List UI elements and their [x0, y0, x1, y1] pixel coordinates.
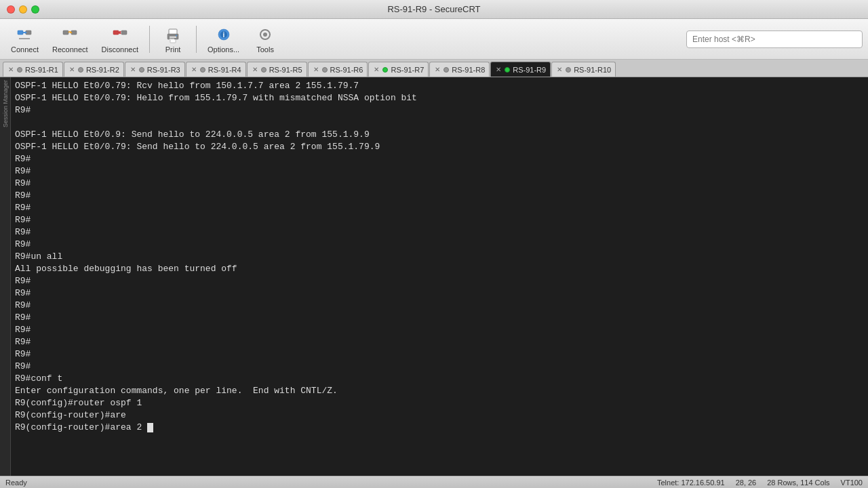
close-button[interactable]: [7, 5, 15, 14]
print-button[interactable]: Print: [155, 22, 191, 56]
terminal-line: R9#: [15, 178, 864, 190]
terminal-line: R9#: [15, 287, 864, 300]
svg-rect-0: [18, 30, 23, 35]
tab-r8[interactable]: ✕RS-91-R8: [429, 62, 490, 77]
options-button[interactable]: i Options...: [202, 22, 245, 56]
tab-indicator-r3: [139, 67, 144, 73]
tools-label: Tools: [256, 45, 274, 54]
tab-indicator-r10: [566, 67, 571, 73]
terminal-line: OSPF-1 HELLO Et0/0.9: Send hello to 224.…: [15, 129, 864, 141]
tab-indicator-r4: [200, 67, 205, 73]
terminal-line: R9(config-router)#area 2: [15, 422, 864, 434]
tab-close-r7[interactable]: ✕: [373, 66, 380, 73]
terminal[interactable]: OSPF-1 HELLO Et0/0.79: Rcv hello from 15…: [11, 77, 868, 476]
svg-point-23: [263, 33, 267, 37]
session-panel-label: Session Manager: [2, 80, 9, 127]
options-icon: i: [214, 25, 233, 44]
tab-r6[interactable]: ✕RS-91-R6: [308, 62, 368, 77]
tab-r1[interactable]: ✕RS-91-R1: [3, 62, 63, 77]
tab-label-r10: RS-91-R10: [574, 66, 611, 74]
tab-close-r6[interactable]: ✕: [313, 66, 319, 73]
terminal-line: All possible debugging has been turned o…: [15, 263, 864, 275]
svg-rect-8: [113, 30, 119, 35]
tab-close-r3[interactable]: ✕: [130, 66, 136, 73]
terminal-line: R9#: [15, 202, 864, 214]
connect-icon: [15, 25, 34, 44]
status-position: 28, 26: [736, 479, 757, 487]
status-connection: Telnet: 172.16.50.91: [657, 479, 725, 487]
minimize-button[interactable]: [19, 5, 27, 14]
tools-button[interactable]: Tools: [248, 22, 283, 56]
tab-r3[interactable]: ✕RS-91-R3: [125, 62, 185, 77]
tab-label-r3: RS-91-R3: [147, 66, 180, 74]
terminal-line: [15, 117, 864, 129]
tools-icon: [256, 25, 275, 44]
status-terminal: VT100: [841, 479, 863, 487]
tab-indicator-r7: [382, 67, 388, 73]
disconnect-button[interactable]: Disconnect: [96, 22, 144, 56]
options-label: Options...: [208, 45, 239, 54]
tab-r5[interactable]: ✕RS-91-R5: [247, 62, 307, 77]
terminal-line: R9#: [15, 275, 864, 287]
session-panel: Session Manager: [0, 77, 11, 476]
svg-rect-5: [63, 30, 68, 35]
tab-indicator-r5: [261, 67, 267, 73]
tab-r7[interactable]: ✕RS-91-R7: [368, 62, 429, 77]
tab-r10[interactable]: ✕RS-91-R10: [551, 62, 616, 77]
svg-rect-6: [71, 30, 77, 35]
tab-r2[interactable]: ✕RS-91-R2: [64, 62, 124, 77]
tab-label-r2: RS-91-R2: [86, 66, 119, 74]
tab-indicator-r6: [322, 67, 328, 73]
terminal-line: R9#: [15, 336, 864, 348]
tab-label-r5: RS-91-R5: [269, 66, 302, 74]
reconnect-button[interactable]: Reconnect: [47, 22, 94, 56]
tab-close-r1[interactable]: ✕: [7, 66, 14, 73]
connect-button[interactable]: Connect: [5, 22, 44, 56]
tab-label-r7: RS-91-R7: [391, 66, 424, 74]
tab-close-r2[interactable]: ✕: [68, 66, 75, 73]
tabs-bar: ✕RS-91-R1✕RS-91-R2✕RS-91-R3✕RS-91-R4✕RS-…: [0, 60, 868, 77]
disconnect-icon: [111, 25, 130, 44]
tab-r4[interactable]: ✕RS-91-R4: [186, 62, 246, 77]
toolbar: Connect Reconnect Disconnect: [0, 19, 868, 60]
terminal-line: R9#: [15, 324, 864, 336]
svg-text:i: i: [222, 31, 224, 39]
svg-rect-9: [121, 30, 127, 35]
tab-label-r6: RS-91-R6: [330, 66, 363, 74]
terminal-line: OSPF-1 HELLO Et0/0.79: Send hello to 224…: [15, 141, 864, 153]
toolbar-separator-2: [196, 26, 197, 53]
terminal-line: R9(config-router)#are: [15, 409, 864, 422]
terminal-line: R9#: [15, 104, 864, 117]
terminal-line: R9#: [15, 348, 864, 361]
window-title: RS-91-R9 - SecureCRT: [387, 4, 480, 14]
print-icon: [163, 25, 182, 44]
terminal-line: R9#: [15, 226, 864, 239]
svg-point-18: [176, 35, 177, 36]
terminal-cursor: [147, 423, 153, 432]
tab-label-r9: RS-91-R9: [513, 66, 546, 74]
toolbar-separator-1: [149, 26, 150, 53]
tab-close-r9[interactable]: ✕: [495, 66, 502, 73]
tab-label-r4: RS-91-R4: [208, 66, 241, 74]
svg-rect-17: [170, 39, 176, 43]
status-ready: Ready: [5, 479, 27, 487]
terminal-line: R9#: [15, 361, 864, 373]
tab-indicator-r9: [505, 67, 510, 73]
tab-close-r4[interactable]: ✕: [191, 66, 197, 73]
maximize-button[interactable]: [31, 5, 39, 14]
reconnect-label: Reconnect: [52, 45, 88, 54]
terminal-line: R9(config)#router ospf 1: [15, 397, 864, 409]
connect-label: Connect: [11, 45, 39, 54]
tab-indicator-r8: [443, 67, 449, 73]
tab-close-r5[interactable]: ✕: [252, 66, 258, 73]
disconnect-label: Disconnect: [102, 45, 138, 54]
tab-r9[interactable]: ✕RS-91-R9: [490, 62, 551, 77]
terminal-line: Enter configuration commands, one per li…: [15, 385, 864, 397]
terminal-line: R9#: [15, 153, 864, 165]
tab-indicator-r2: [78, 67, 83, 73]
tab-label-r8: RS-91-R8: [452, 66, 485, 74]
tab-close-r8[interactable]: ✕: [434, 66, 441, 73]
host-input[interactable]: [686, 30, 863, 48]
terminal-line: R9#conf t: [15, 373, 864, 385]
tab-close-r10[interactable]: ✕: [556, 66, 563, 73]
